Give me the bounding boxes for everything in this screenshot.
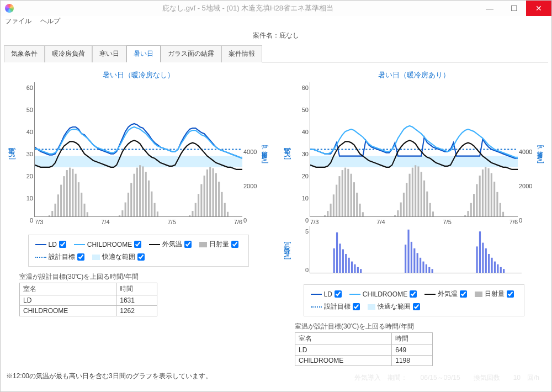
- ytick: 5: [305, 228, 309, 235]
- legend-target: 設計目標: [35, 252, 84, 262]
- svg-rect-39: [218, 182, 220, 216]
- svg-rect-28: [157, 211, 158, 216]
- window-title: 庇なし.gvf - 5地域 - (01) 木造充填H28省エネ基準相当: [18, 3, 477, 13]
- legend-left: LD CHILDROOME 外気温 日射量 設計目標 快適な範囲: [28, 235, 249, 267]
- tab-hvac-load[interactable]: 暖冷房負荷: [45, 45, 92, 62]
- table-row: LD1631: [20, 295, 157, 306]
- svg-rect-27: [154, 203, 156, 216]
- tab-hot-day[interactable]: 暑い日: [126, 45, 161, 62]
- tab-info[interactable]: 案件情報: [221, 45, 262, 62]
- svg-rect-67: [417, 166, 419, 216]
- xtick: 7/3: [35, 219, 43, 225]
- plot-left: 7/3 7/4 7/5 7/6: [34, 82, 242, 217]
- svg-rect-47: [330, 204, 332, 216]
- menu-file[interactable]: ファイル: [5, 17, 31, 26]
- svg-rect-57: [359, 204, 360, 216]
- chart-svg-left: [35, 82, 242, 216]
- ytick: 40: [26, 129, 33, 135]
- chart-left: 気温[℃] 60 50 40 30 20 10 0: [6, 82, 270, 226]
- svg-rect-42: [227, 212, 229, 216]
- legend-label: LD: [324, 290, 332, 298]
- svg-rect-22: [139, 165, 141, 216]
- svg-rect-15: [119, 215, 120, 216]
- svg-rect-104: [422, 262, 424, 273]
- ytick: 50: [26, 107, 33, 113]
- svg-rect-7: [66, 170, 68, 216]
- legend-ld-checkbox[interactable]: [59, 241, 66, 248]
- swatch-dash: [35, 257, 46, 258]
- svg-rect-69: [423, 181, 425, 216]
- legend-ld-checkbox[interactable]: [335, 290, 342, 298]
- legend-right: LD CHILDROOME 外気温 日射量 設計目標 快適な範囲: [304, 284, 524, 316]
- ytick: 50: [302, 107, 309, 113]
- svg-rect-38: [215, 173, 217, 216]
- yaxis-left-right: 60 50 40 30 20 10 0: [293, 82, 310, 226]
- svg-rect-45: [324, 215, 326, 216]
- svg-rect-14: [87, 212, 88, 216]
- tab-condensation[interactable]: ガラス面の結露: [161, 45, 221, 62]
- svg-rect-51: [342, 170, 343, 216]
- legend-ld: LD: [35, 240, 66, 249]
- svg-rect-60: [397, 210, 399, 216]
- table-row: CHILDROOME1198: [295, 356, 433, 366]
- legend-radiation-checkbox[interactable]: [231, 241, 238, 248]
- titlebar: 庇なし.gvf - 5地域 - (01) 木造充填H28省エネ基準相当 — ☐ …: [1, 1, 551, 16]
- svg-rect-109: [479, 231, 481, 273]
- svg-rect-16: [121, 210, 123, 216]
- summary-table-left: 室名時間 LD1631 CHILDROOME1262: [19, 283, 157, 316]
- legend-label: 快適な範囲: [102, 252, 135, 262]
- xtick: 7/6: [509, 219, 518, 225]
- legend-radiation: 日射量: [475, 289, 514, 299]
- legend-child-checkbox[interactable]: [410, 290, 417, 298]
- legend-radiation: 日射量: [199, 240, 238, 249]
- summary-table-right: 室名時間 LD649 CHILDROOME1198: [295, 332, 433, 366]
- legend-outside: 外気温: [424, 289, 467, 299]
- svg-rect-2: [51, 211, 53, 216]
- svg-rect-18: [128, 193, 129, 216]
- svg-rect-107: [432, 269, 433, 273]
- svg-rect-4: [57, 194, 59, 216]
- tab-cold-day[interactable]: 寒い日: [92, 45, 126, 62]
- legend-outside-checkbox[interactable]: [184, 241, 192, 248]
- svg-rect-48: [333, 194, 335, 216]
- minimize-button[interactable]: —: [477, 1, 502, 16]
- close-button[interactable]: ✕: [526, 1, 551, 16]
- ylabel-temp-right: 気温[℃]: [282, 82, 293, 226]
- svg-rect-5: [60, 185, 62, 216]
- svg-rect-32: [198, 194, 199, 216]
- legend-target-checkbox[interactable]: [353, 303, 360, 310]
- legend-label: 設計目標: [324, 302, 351, 311]
- tab-weather[interactable]: 気象条件: [4, 45, 45, 62]
- svg-rect-59: [394, 215, 396, 216]
- svg-rect-93: [348, 258, 350, 273]
- svg-rect-20: [133, 174, 135, 216]
- svg-rect-54: [351, 174, 352, 216]
- menu-help[interactable]: ヘルプ: [40, 17, 60, 26]
- svg-rect-10: [75, 174, 77, 216]
- svg-rect-63: [406, 183, 407, 216]
- svg-rect-53: [347, 169, 349, 216]
- chart-svg-right: [310, 82, 518, 216]
- svg-rect-82: [491, 173, 492, 216]
- svg-rect-46: [327, 211, 328, 216]
- ytick: 0: [519, 217, 522, 224]
- svg-rect-116: [500, 267, 502, 273]
- legend-label: 設計目標: [49, 252, 75, 262]
- swatch-line: [149, 244, 160, 245]
- svg-rect-100: [411, 242, 412, 273]
- svg-rect-117: [503, 269, 505, 273]
- ytick: 0: [30, 217, 33, 224]
- legend-outside-checkbox[interactable]: [460, 290, 467, 298]
- svg-rect-115: [497, 264, 498, 273]
- maximize-button[interactable]: ☐: [502, 1, 526, 16]
- svg-rect-0: [35, 156, 242, 167]
- svg-rect-114: [494, 262, 496, 273]
- legend-radiation-checkbox[interactable]: [507, 290, 514, 298]
- legend-child-checkbox[interactable]: [134, 241, 141, 248]
- svg-rect-81: [487, 168, 489, 216]
- svg-rect-6: [63, 176, 65, 216]
- legend-comfort-checkbox[interactable]: [413, 303, 420, 310]
- legend-target-checkbox[interactable]: [77, 253, 84, 261]
- svg-rect-34: [204, 176, 205, 216]
- legend-comfort-checkbox[interactable]: [137, 253, 145, 261]
